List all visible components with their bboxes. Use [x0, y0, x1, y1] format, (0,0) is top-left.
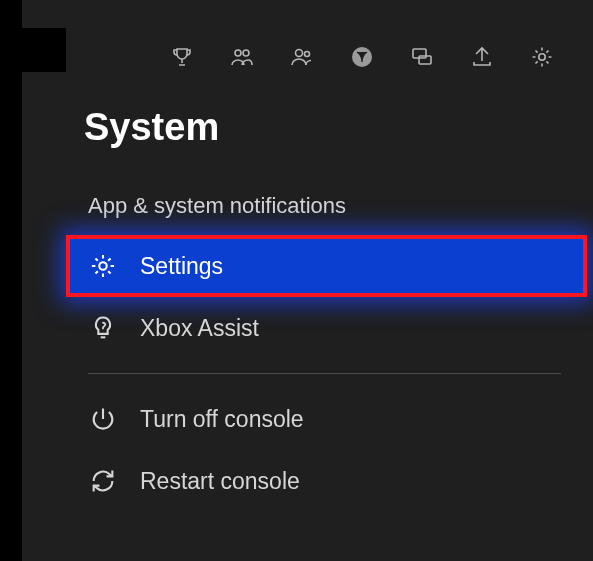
menu-item-restart[interactable]: Restart console	[22, 450, 593, 512]
svg-point-2	[296, 50, 303, 57]
power-icon	[88, 404, 118, 434]
menu-item-label: Settings	[140, 253, 223, 280]
svg-point-3	[305, 52, 310, 57]
menu-item-assist[interactable]: Xbox Assist	[22, 297, 593, 359]
svg-point-8	[99, 262, 106, 269]
menu-item-settings[interactable]: Settings	[66, 235, 587, 297]
divider	[88, 373, 561, 374]
menu-item-label: Restart console	[140, 468, 300, 495]
menu-item-label: Xbox Assist	[140, 315, 259, 342]
profile-badge[interactable]	[16, 28, 66, 72]
system-tab[interactable]	[529, 44, 555, 70]
broadcast-tab[interactable]	[469, 44, 495, 70]
menu-item-turnoff[interactable]: Turn off console	[22, 388, 593, 450]
svg-point-1	[243, 50, 249, 56]
menu-item-label: App & system notifications	[88, 193, 346, 219]
home-tab[interactable]	[349, 44, 375, 70]
menu-item-label: Turn off console	[140, 406, 304, 433]
guide-tabs	[22, 0, 593, 76]
messages-tab[interactable]	[409, 44, 435, 70]
people-tab[interactable]	[289, 44, 315, 70]
gear-icon	[88, 251, 118, 281]
multiplayer-tab[interactable]	[229, 44, 255, 70]
page-title: System	[22, 76, 593, 149]
menu-item-notifications[interactable]: App & system notifications	[22, 177, 593, 235]
achievements-tab[interactable]	[169, 44, 195, 70]
svg-point-7	[539, 54, 545, 60]
svg-point-0	[235, 50, 241, 56]
lightbulb-icon	[88, 313, 118, 343]
restart-icon	[88, 466, 118, 496]
system-menu: App & system notifications Settings Xbox…	[22, 149, 593, 512]
